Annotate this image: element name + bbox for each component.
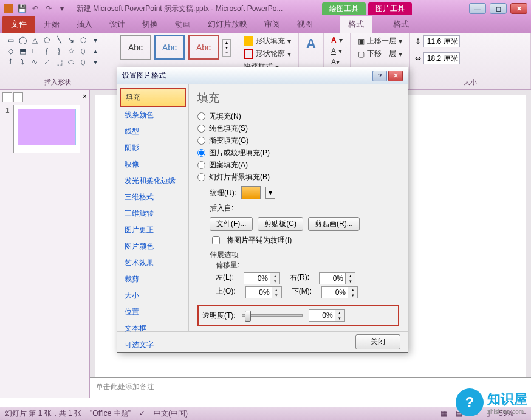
radio-bg-fill[interactable] <box>197 173 205 181</box>
insert-clipboard-button[interactable]: 剪贴板(C) <box>258 217 303 231</box>
context-tab-drawing[interactable]: 绘图工具 <box>322 2 366 15</box>
tab-insert[interactable]: 插入 <box>68 16 101 33</box>
slides-tab[interactable] <box>2 92 12 102</box>
status-spell-icon[interactable]: ✓ <box>139 409 145 418</box>
width-icon: ⇔ <box>415 54 421 63</box>
fill-icon <box>244 36 253 46</box>
nav-line-style[interactable]: 线型 <box>120 123 186 140</box>
dialog-help-button[interactable]: ? <box>372 71 387 81</box>
tab-transitions[interactable]: 切换 <box>134 16 166 33</box>
minimize-button[interactable]: — <box>469 3 486 14</box>
redo-icon[interactable]: ↷ <box>43 3 55 14</box>
watermark-logo: ? 知识屋 zhishiwu.com <box>456 388 527 416</box>
slide-thumbnail-1[interactable]: 1 <box>13 105 80 153</box>
tab-picture-format[interactable]: 格式 <box>385 16 417 33</box>
tab-design[interactable]: 设计 <box>101 16 134 33</box>
nav-shadow[interactable]: 阴影 <box>120 140 186 156</box>
offset-top-input[interactable] <box>245 286 272 298</box>
tab-file[interactable]: 文件 <box>2 16 35 33</box>
tab-slideshow[interactable]: 幻灯片放映 <box>199 16 256 33</box>
status-slide-count: 幻灯片 第 1 张，共 1 张 <box>5 408 81 419</box>
undo-icon[interactable]: ↶ <box>29 3 41 14</box>
status-language[interactable]: 中文(中国) <box>154 408 188 419</box>
tab-review[interactable]: 审阅 <box>256 16 289 33</box>
context-tab-picture[interactable]: 图片工具 <box>368 2 412 15</box>
nav-line-color[interactable]: 线条颜色 <box>120 107 186 123</box>
format-picture-dialog: 设置图片格式 ? ✕ 填充 线条颜色 线型 阴影 映像 发光和柔化边缘 三维格式… <box>117 67 408 353</box>
slider-thumb[interactable] <box>245 311 251 322</box>
shape-style-1[interactable]: Abc <box>120 35 151 60</box>
nav-crop[interactable]: 裁剪 <box>120 271 186 287</box>
gallery-more-icon[interactable]: ⁼ <box>223 50 230 56</box>
transparency-input[interactable] <box>309 309 335 322</box>
tile-checkbox[interactable] <box>212 236 220 244</box>
nav-3d-rotation[interactable]: 三维旋转 <box>120 205 186 222</box>
bring-forward-button[interactable]: ▣ 上移一层 ▾ <box>355 35 405 47</box>
transparency-label: 透明度(T): <box>202 311 236 321</box>
tab-view[interactable]: 视图 <box>289 16 321 33</box>
height-input[interactable] <box>423 35 460 47</box>
transparency-slider[interactable] <box>242 314 303 317</box>
tab-drawing-format[interactable]: 格式 <box>340 16 372 33</box>
nav-textbox[interactable]: 文本框 <box>120 320 186 337</box>
text-effects-button[interactable]: A▾ <box>329 57 345 67</box>
nav-size[interactable]: 大小 <box>120 287 186 304</box>
qat-more-icon[interactable]: ▾ <box>56 3 68 14</box>
maximize-button[interactable]: ◻ <box>490 3 507 14</box>
group-label-shapes: 插入形状 <box>5 78 110 87</box>
insert-file-button[interactable]: 文件(F)... <box>210 217 253 231</box>
gallery-up-icon[interactable]: ▴ <box>223 40 230 45</box>
wordart-button[interactable]: A <box>304 35 318 52</box>
height-icon: ⇕ <box>415 37 421 46</box>
shape-style-3[interactable]: Abc <box>188 35 219 60</box>
gallery-down-icon[interactable]: ▾ <box>223 45 230 50</box>
quick-access-toolbar: 💾 ↶ ↷ ▾ <box>16 3 68 14</box>
nav-position[interactable]: 位置 <box>120 304 186 320</box>
width-input[interactable] <box>423 52 460 64</box>
texture-picker-button[interactable] <box>241 186 261 199</box>
nav-reflection[interactable]: 映像 <box>120 156 186 173</box>
radio-no-fill[interactable] <box>197 112 205 120</box>
nav-pic-color[interactable]: 图片颜色 <box>120 238 186 255</box>
offset-left-input[interactable] <box>244 272 270 284</box>
insert-clipart-button[interactable]: 剪贴画(R)... <box>308 217 360 231</box>
tab-home[interactable]: 开始 <box>35 16 68 33</box>
dialog-nav: 填充 线条颜色 线型 阴影 映像 发光和柔化边缘 三维格式 三维旋转 图片更正 … <box>117 84 189 331</box>
nav-alt-text[interactable]: 可选文字 <box>120 337 186 353</box>
group-label-size: 大小 <box>415 78 526 87</box>
radio-pattern-fill[interactable] <box>197 161 205 169</box>
nav-glow[interactable]: 发光和柔化边缘 <box>120 173 186 189</box>
text-outline-button[interactable]: A▾ <box>329 46 345 56</box>
nav-artistic[interactable]: 艺术效果 <box>120 255 186 271</box>
status-theme: "Office 主题" <box>90 408 131 419</box>
thumb-close-icon[interactable]: × <box>83 92 87 102</box>
logo-icon: ? <box>456 388 484 416</box>
nav-3d-format[interactable]: 三维格式 <box>120 189 186 205</box>
outline-tab[interactable] <box>13 92 23 102</box>
shape-outline-button[interactable]: 形状轮廓 ▾ <box>241 48 293 60</box>
nav-pic-correct[interactable]: 图片更正 <box>120 222 186 238</box>
content-heading: 填充 <box>197 91 399 105</box>
text-fill-button[interactable]: A▾ <box>329 35 345 45</box>
close-button[interactable]: ✕ <box>510 3 527 14</box>
radio-gradient-fill[interactable] <box>197 137 205 145</box>
app-icon <box>4 4 13 13</box>
dialog-close-button[interactable]: ✕ <box>388 71 403 81</box>
outline-icon <box>244 49 253 59</box>
nav-fill[interactable]: 填充 <box>120 88 186 107</box>
save-icon[interactable]: 💾 <box>16 3 28 14</box>
tab-animations[interactable]: 动画 <box>166 16 199 33</box>
dialog-title: 设置图片格式 <box>122 71 166 81</box>
radio-solid-fill[interactable] <box>197 125 205 133</box>
radio-picture-fill[interactable] <box>197 149 205 157</box>
shapes-gallery[interactable]: ▭◯△⬠╲↘⬡▾ ◇⬒∟{}☆⬯▴ ⤴⤵∿⟋⬚⬭⬯▾ <box>5 35 108 77</box>
dropdown-icon[interactable]: ▾ <box>266 187 275 199</box>
dialog-close-bottom-button[interactable]: 关闭 <box>355 334 400 349</box>
offset-bottom-input[interactable] <box>321 286 348 298</box>
shape-fill-button[interactable]: 形状填充 ▾ <box>241 35 293 47</box>
view-normal-icon[interactable]: ▦ <box>440 409 447 418</box>
send-backward-button[interactable]: ▢ 下移一层 ▾ <box>355 48 405 60</box>
offset-right-input[interactable] <box>319 272 346 284</box>
slide-preview <box>18 109 76 145</box>
shape-style-2[interactable]: Abc <box>154 35 185 60</box>
